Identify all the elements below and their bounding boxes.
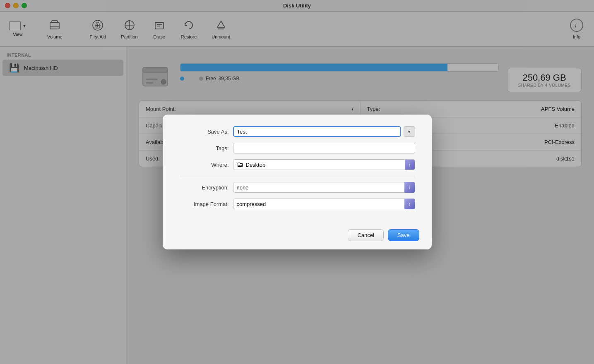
save-as-input[interactable] [233, 126, 401, 137]
save-as-input-wrapper: ▼ [233, 126, 415, 137]
tags-input-wrapper [233, 143, 415, 153]
where-arrows-icon: ↕ [405, 160, 415, 170]
encryption-row: Encryption: none 128-bit AES 256-bit AES… [179, 182, 415, 193]
image-format-select[interactable]: compressed read/write DVD/CD master read… [233, 199, 415, 209]
encryption-select[interactable]: none 128-bit AES 256-bit AES [233, 182, 415, 193]
save-as-label: Save As: [179, 129, 229, 135]
save-as-row: Save As: ▼ [179, 126, 415, 137]
where-dropdown[interactable]: 🗂 Desktop ↕ [233, 159, 415, 170]
where-value: Desktop [246, 162, 401, 168]
save-dialog: Save As: ▼ Tags: Where: 🗂 D [163, 115, 432, 249]
where-label: Where: [179, 162, 229, 168]
where-select-wrapper: 🗂 Desktop ↕ [233, 159, 415, 170]
where-row: Where: 🗂 Desktop ↕ [179, 159, 415, 170]
encryption-label: Encryption: [179, 184, 229, 191]
folder-icon: 🗂 [237, 161, 243, 168]
image-format-select-wrapper: compressed read/write DVD/CD master read… [233, 199, 415, 209]
dialog-footer: Cancel Save [163, 223, 432, 249]
image-format-row: Image Format: compressed read/write DVD/… [179, 199, 415, 209]
encryption-select-wrapper: none 128-bit AES 256-bit AES ↕ [233, 182, 415, 193]
modal-overlay: Save As: ▼ Tags: Where: 🗂 D [0, 0, 594, 364]
tags-input[interactable] [233, 143, 415, 153]
save-as-dropdown-button[interactable]: ▼ [404, 126, 415, 137]
image-format-label: Image Format: [179, 201, 229, 207]
save-button[interactable]: Save [388, 229, 419, 241]
dialog-body: Save As: ▼ Tags: Where: 🗂 D [163, 115, 432, 223]
tags-label: Tags: [179, 145, 229, 151]
cancel-button[interactable]: Cancel [348, 229, 383, 241]
dialog-separator [179, 176, 415, 176]
tags-row: Tags: [179, 143, 415, 153]
